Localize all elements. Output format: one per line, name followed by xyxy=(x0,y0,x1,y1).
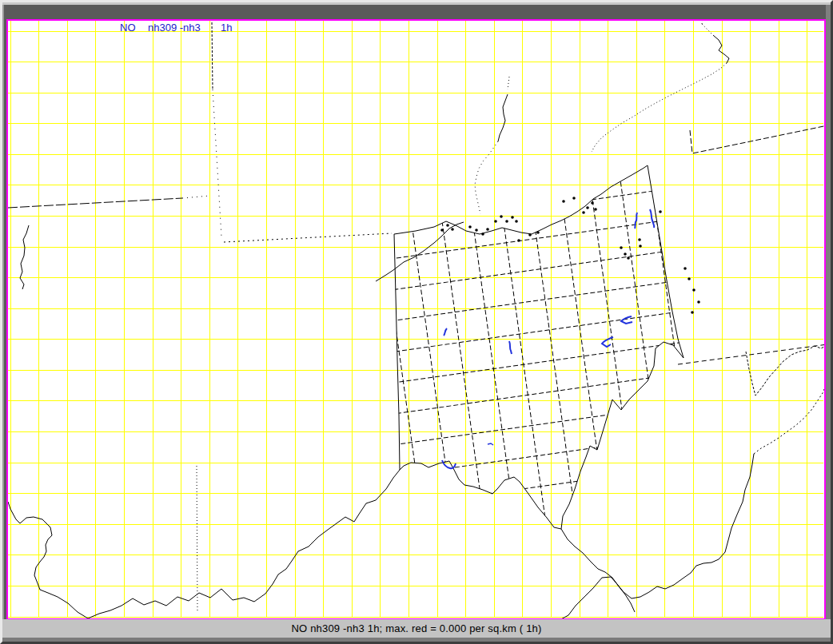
grid-line xyxy=(529,188,576,519)
overlay-species-label: NO xyxy=(120,22,136,34)
window-frame-right xyxy=(826,5,831,621)
grid-line xyxy=(391,430,720,476)
grid-line xyxy=(373,308,703,355)
wv-river-meander xyxy=(560,454,754,618)
grid-line xyxy=(365,248,695,294)
map-speck xyxy=(486,228,489,231)
map-speck xyxy=(627,256,630,260)
map-speck xyxy=(684,267,687,270)
mi-oh-border-dashed xyxy=(224,233,392,242)
map-speck xyxy=(697,300,700,304)
map-speck xyxy=(500,215,503,218)
map-speck xyxy=(515,220,518,223)
map-speck xyxy=(517,239,520,242)
grid-line xyxy=(379,209,425,540)
map-speck xyxy=(440,229,444,232)
overlay-source-label: nh309 -nh3 xyxy=(148,22,201,34)
map-speck xyxy=(692,288,695,292)
map-speck xyxy=(691,311,694,314)
grid-line xyxy=(620,175,666,507)
status-bar: NO nh309 -nh3 1h; max. red = 0.000 per s… xyxy=(2,619,831,638)
state-county-boundaries xyxy=(8,21,824,618)
lake-alum-creek xyxy=(509,341,512,354)
indiana-dotted-line xyxy=(197,466,197,612)
ontario-river-dotted xyxy=(702,21,713,35)
mi-in-border-vertical xyxy=(212,22,213,89)
ontario-lake-wiggle xyxy=(713,35,729,63)
status-bar-shadow xyxy=(2,638,831,642)
map-svg: NO nh309 -nh3 1h xyxy=(8,21,824,618)
map-speck xyxy=(639,244,642,248)
lake-tiny-south xyxy=(488,443,493,445)
mi-in-border-horiz-dots xyxy=(182,196,209,198)
indiana-river-wiggle xyxy=(20,225,29,289)
map-speck xyxy=(659,210,662,213)
map-speck xyxy=(562,200,565,203)
grid-line xyxy=(439,200,485,531)
erie-ne-shore xyxy=(690,125,824,153)
map-speck xyxy=(481,233,484,236)
map-viewport[interactable]: NO nh309 -nh3 1h xyxy=(6,19,826,620)
lake-small-center-west xyxy=(444,328,447,336)
grid-line xyxy=(469,196,516,527)
lake-pymatuning-east xyxy=(650,209,654,228)
map-speck xyxy=(528,233,532,237)
pave-window: NO nh309 -nh3 1h NO nh309 -nh3 1h; max. … xyxy=(0,0,833,644)
mi-in-border-dots xyxy=(213,89,221,237)
map-speck xyxy=(446,224,449,227)
ohio-river-kentucky xyxy=(8,470,400,618)
grid-line xyxy=(589,179,636,511)
mi-in-border-horizontal xyxy=(8,198,182,208)
domain-grid xyxy=(8,21,823,618)
map-speck xyxy=(451,228,454,231)
ohio-county-mesh xyxy=(353,166,729,544)
map-speck xyxy=(494,220,497,223)
map-speck xyxy=(620,246,623,249)
pa-wv-border xyxy=(678,344,824,364)
map-speck xyxy=(572,197,576,200)
map-speck xyxy=(505,220,508,223)
map-speck xyxy=(475,229,478,232)
detroit-river xyxy=(498,94,508,141)
lake-hook-southeast xyxy=(602,337,613,347)
map-speck xyxy=(582,211,585,214)
map-speck xyxy=(536,231,540,234)
big-sandy-river xyxy=(561,529,635,612)
title-overlay: NO nh309 -nh3 1h xyxy=(120,22,232,34)
map-speck xyxy=(624,252,627,256)
map-speck xyxy=(688,277,691,280)
overlay-duration-label: 1h xyxy=(221,22,232,34)
lake-arrow-east xyxy=(621,316,632,324)
maumee-river xyxy=(376,222,464,281)
map-speck xyxy=(468,225,472,229)
wv-river-dotted-tail xyxy=(754,389,824,454)
map-speck xyxy=(511,216,514,219)
map-speck xyxy=(594,208,597,211)
map-speck xyxy=(638,238,641,241)
map-speck xyxy=(586,206,589,209)
grid-line xyxy=(378,339,707,385)
status-text: NO nh309 -nh3 1h; max. red = 0.000 per s… xyxy=(291,622,541,634)
grid-line xyxy=(382,369,711,415)
ontario-shore-dotted xyxy=(592,63,727,152)
grid-line xyxy=(395,460,724,507)
detroit-river-dots xyxy=(508,77,509,89)
urban-specks xyxy=(440,197,700,314)
grid-line xyxy=(369,278,699,324)
map-speck xyxy=(591,201,594,205)
